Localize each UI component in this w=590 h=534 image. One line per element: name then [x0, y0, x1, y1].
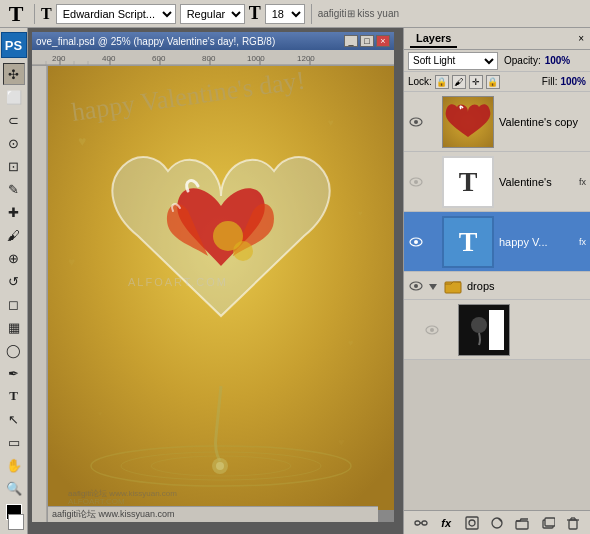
tool-pen[interactable]: ✒ — [3, 362, 25, 384]
document-controls: _ □ × — [344, 35, 390, 47]
layer-fx-valentines-text[interactable]: fx — [579, 177, 586, 187]
background-color[interactable] — [8, 514, 24, 530]
link-layers-button[interactable] — [412, 514, 430, 532]
fill-value[interactable]: 100% — [560, 76, 586, 87]
tool-path-select[interactable]: ↖ — [3, 408, 25, 430]
svg-point-40 — [414, 120, 418, 124]
layer-eye-valentines-text[interactable] — [408, 174, 424, 190]
vertical-ruler — [32, 66, 48, 522]
layer-thumb-happy-v: T — [442, 216, 494, 268]
left-toolbar: PS ✣ ⬜ ⊂ ⊙ ⊡ ✎ ✚ 🖌 ⊕ ↺ ◻ ▦ ◯ ✒ T ↖ ▭ ✋ 🔍 — [0, 28, 28, 534]
tool-shape[interactable]: ▭ — [3, 431, 25, 453]
blend-mode-select[interactable]: Soft Light — [408, 52, 498, 70]
svg-rect-61 — [516, 521, 528, 529]
lock-label: Lock: — [408, 76, 432, 87]
maximize-button[interactable]: □ — [360, 35, 374, 47]
font-size-input[interactable]: 18 — [265, 4, 305, 24]
tool-eraser[interactable]: ◻ — [3, 293, 25, 315]
opacity-value[interactable]: 100% — [545, 55, 571, 66]
layer-eye-drops-image[interactable] — [424, 322, 440, 338]
layer-name-drops: drops — [467, 280, 495, 292]
lock-icon-position[interactable]: ✛ — [469, 75, 483, 89]
tool-zoom[interactable]: 🔍 — [3, 477, 25, 499]
add-layer-style-button[interactable]: fx — [437, 514, 455, 532]
layer-eye-drops[interactable] — [408, 278, 424, 294]
layer-valentines-text[interactable]: T Valentine's fx — [404, 152, 590, 212]
tool-brush[interactable]: 🖌 — [3, 224, 25, 246]
photoshop-logo: PS — [1, 32, 27, 58]
layer-drops-image[interactable] — [404, 300, 590, 360]
layer-thumb-drops-image — [458, 304, 510, 356]
separator — [34, 4, 35, 24]
layer-thumb-valentines-copy — [442, 96, 494, 148]
svg-text:ALFOART.COM: ALFOART.COM — [68, 497, 125, 506]
layer-eye-happy-v[interactable] — [408, 234, 424, 250]
tool-move[interactable]: ✣ — [3, 63, 25, 85]
tool-lasso[interactable]: ⊂ — [3, 109, 25, 131]
horizontal-ruler: 200 400 600 800 1000 1200 — [32, 50, 394, 66]
layer-eye-valentines-copy[interactable] — [408, 114, 424, 130]
minimize-button[interactable]: _ — [344, 35, 358, 47]
text-tool-icon-small[interactable]: T — [41, 5, 52, 23]
close-button[interactable]: × — [376, 35, 390, 47]
tool-eyedropper[interactable]: ✎ — [3, 178, 25, 200]
layers-tab-close[interactable]: × — [578, 33, 584, 44]
text-tool-icon-large[interactable]: T — [4, 1, 28, 27]
layer-link-happy-v — [427, 234, 439, 250]
tool-rectangle-select[interactable]: ⬜ — [3, 86, 25, 108]
svg-text:1000: 1000 — [247, 54, 265, 63]
svg-rect-18 — [32, 66, 48, 522]
new-layer-button[interactable] — [539, 514, 557, 532]
tool-text[interactable]: T — [3, 385, 25, 407]
tool-gradient[interactable]: ▦ — [3, 316, 25, 338]
layer-fx-happy-v[interactable]: fx — [579, 237, 586, 247]
font-options-text: aafigiti⊞ kiss yuan — [318, 8, 399, 19]
tool-crop[interactable]: ⊡ — [3, 155, 25, 177]
layers-list: Valentine's copy T Valentine's fx T happ… — [404, 92, 590, 510]
layers-tab[interactable]: Layers — [410, 30, 457, 48]
font-style-select[interactable]: Regular — [180, 4, 245, 24]
layer-link-valentines-copy — [427, 114, 439, 130]
lock-icon-all[interactable]: 🔒 — [486, 75, 500, 89]
folder-arrow[interactable] — [429, 281, 439, 291]
svg-point-43 — [414, 180, 418, 184]
layers-bottom-toolbar: fx — [404, 510, 590, 534]
delete-layer-button[interactable] — [564, 514, 582, 532]
svg-text:♥: ♥ — [328, 117, 334, 128]
new-group-button[interactable] — [513, 514, 531, 532]
svg-point-35 — [233, 241, 253, 261]
document-titlebar: ove_final.psd @ 25% (happy Valentine's d… — [32, 32, 394, 50]
fill-label: Fill: — [542, 76, 558, 87]
top-toolbar: T T Edwardian Script... Regular T 18 aaf… — [0, 0, 590, 28]
tool-quick-select[interactable]: ⊙ — [3, 132, 25, 154]
svg-text:♥: ♥ — [78, 133, 86, 149]
layers-tab-bar: Layers × — [404, 28, 590, 50]
svg-rect-56 — [422, 521, 427, 525]
separator2 — [311, 4, 312, 24]
font-family-select[interactable]: Edwardian Script... — [56, 4, 176, 24]
layer-valentines-copy[interactable]: Valentine's copy — [404, 92, 590, 152]
tool-history-brush[interactable]: ↺ — [3, 270, 25, 292]
canvas-image[interactable]: ♥ ♥ ♥ ♥ ♥ ♥ ♥ happy Valentine's day! — [48, 66, 394, 510]
document-window: ove_final.psd @ 25% (happy Valentine's d… — [32, 32, 394, 522]
layers-panel: Layers × Soft Light Opacity: 100% Lock: … — [403, 28, 590, 534]
tool-dodge[interactable]: ◯ — [3, 339, 25, 361]
lock-icon-paint[interactable]: 🖌 — [452, 75, 466, 89]
canvas-area: ove_final.psd @ 25% (happy Valentine's d… — [28, 28, 403, 534]
svg-text:♥: ♥ — [68, 255, 75, 269]
tool-clone-stamp[interactable]: ⊕ — [3, 247, 25, 269]
layer-link-valentines-text — [427, 174, 439, 190]
tool-healing[interactable]: ✚ — [3, 201, 25, 223]
svg-rect-58 — [466, 517, 478, 529]
layer-name-valentines-copy: Valentine's copy — [497, 116, 586, 128]
new-fill-layer-button[interactable] — [488, 514, 506, 532]
layer-happy-v-text[interactable]: T happy V... fx — [404, 212, 590, 272]
tool-hand[interactable]: ✋ — [3, 454, 25, 476]
svg-text:ALFOART.COM: ALFOART.COM — [128, 276, 228, 288]
svg-text:1200: 1200 — [297, 54, 315, 63]
folder-icon — [444, 278, 462, 294]
layer-drops-folder[interactable]: drops — [404, 272, 590, 300]
layer-text-thumb-t1: T — [459, 166, 478, 198]
lock-icon-pixels[interactable]: 🔒 — [435, 75, 449, 89]
add-mask-button[interactable] — [463, 514, 481, 532]
